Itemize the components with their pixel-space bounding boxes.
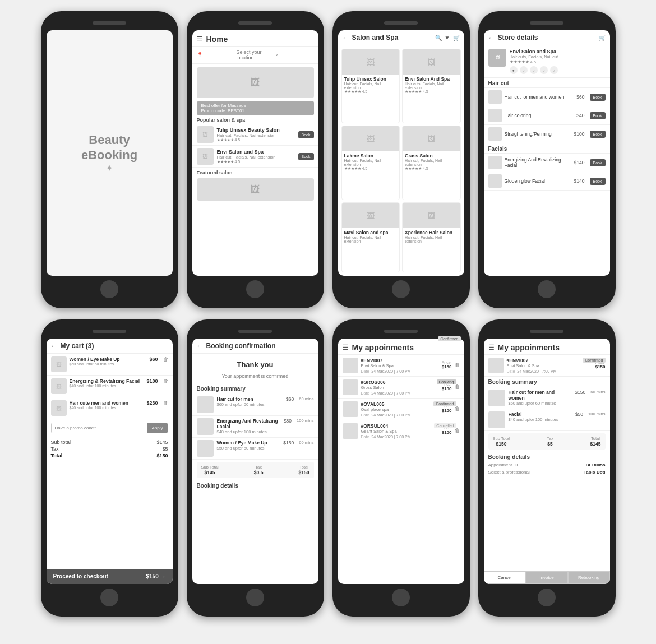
booking-item-desc: $40 and upfor 100 minutes [217,429,280,434]
home-button[interactable] [392,280,410,298]
home-button[interactable] [100,589,118,606]
phone-speaker [530,21,563,25]
back-arrow-icon[interactable]: ← [51,342,57,349]
price-label: Price [442,360,452,364]
appointment-salon: Geant Salon & Spa [361,429,433,434]
delete-icon[interactable]: 🗑 [163,400,168,406]
booking-details-label: Booking details [192,480,318,490]
salon-list-item[interactable]: 🖼 Envi Salon and Spa Hair cut, Facials, … [192,146,318,168]
booking-item-thumbnail [197,396,214,413]
appointment-id: #ORSUL004 [361,423,433,429]
cart-icon[interactable]: 🛒 [453,35,460,41]
home-button[interactable] [246,589,264,606]
menu-icon[interactable]: ☰ [488,344,495,351]
back-arrow-icon[interactable]: ← [197,342,203,349]
back-arrow-icon[interactable]: ← [343,34,349,41]
location-bar[interactable]: 📍 Select your location › [192,47,318,64]
menu-icon[interactable]: ☰ [343,344,349,351]
service-duration: 60 mins [590,390,605,395]
filter-icon[interactable]: ▼ [445,35,450,41]
subtotal-value: $145 [201,470,219,475]
delete-icon[interactable]: 🗑 [455,384,460,390]
rebooking-button[interactable]: Rebooking [568,571,610,584]
salon-card-name: Xperience Hair Salon [405,230,458,235]
home-button[interactable] [538,280,556,298]
menu-icon[interactable]: ☰ [197,35,203,43]
book-button[interactable]: Book [590,112,606,119]
search-icon[interactable]: 🔍 [435,35,442,41]
appointment-info: #OVAL005 Oval place spa Date 24 Mac2020 … [361,401,433,417]
book-button[interactable]: Book [590,94,606,101]
checkout-bar[interactable]: Proceed to checkout $150 → [47,569,173,584]
salon-grid-card[interactable]: 🖼 Envi Salon And Spa Hair cuts, Facials,… [402,49,461,123]
salon-card-name: Grass Salon [405,153,458,159]
salon-info: Envi Salon and Spa Hair cut, Facials, Na… [217,149,295,164]
salon-list-item[interactable]: 🖼 Tulip Unisex Beauty Salon Hair cut, Fa… [192,124,318,146]
cancel-button[interactable]: Cancel [484,571,526,584]
appointment-item[interactable]: #OVAL005 Oval place spa Date 24 Mac2020 … [338,399,464,420]
apply-button[interactable]: Apply [147,423,167,433]
delete-icon[interactable]: 🗑 [455,428,460,433]
salon-grid-card[interactable]: 🖼 Grass Salon Hair cut, Facials, Nail ex… [402,126,461,200]
appointment-salon: Envi Salon & Spa [361,363,433,368]
salon-grid-card[interactable]: 🖼 Xperience Hair Salon Hair cut, Facials… [402,202,461,272]
appointment-item[interactable]: #ORSUL004 Geant Salon & Spa Date 24 Mac2… [338,420,464,442]
appt-id-value: BEB0055 [586,462,606,467]
book-button[interactable]: Book [590,131,606,138]
home-button[interactable] [538,589,556,606]
home-button[interactable] [392,589,410,606]
book-button[interactable]: Book [298,153,314,160]
service-item: Hair cut for men and women $60 Book [484,88,610,106]
service-name: Gloden glow Facial [505,178,571,184]
invoice-button[interactable]: Invoice [526,571,568,584]
store-action-icon[interactable]: ○ [540,66,548,74]
book-button[interactable]: Book [590,178,606,185]
book-button[interactable]: Book [590,159,606,166]
salon-grid-card[interactable]: 🖼 Mavi Salon and spa Hair cut, Facials, … [341,202,400,272]
subtotal-label: Sub Total [201,465,219,470]
booking-totals: Sub Total $145 Tax $0.5 Total $150 [197,462,314,478]
book-button[interactable]: Book [298,131,314,138]
appointment-price-section: Price $150 [442,360,452,369]
appointment-right: Price $150 🗑 [436,358,460,372]
appointment-item[interactable]: #ENVI007 Envi Salon & Spa Date 24 Mac202… [338,355,464,377]
service-thumbnail [488,90,502,104]
booking-service-item: Facial $40 and upfor 100 minutes $50 100… [484,409,610,431]
service-desc: $60 and upfor 60 minutes [509,401,572,406]
appointment-price: $150 [442,430,452,435]
store-rating: ★★★★★ 4.5 [510,59,606,64]
delete-icon[interactable]: 🗑 [455,406,460,411]
appointment-thumbnail [343,423,358,439]
phone-speaker [384,21,418,25]
salon-card-services: Hair cut, Facials, Nail extension [344,82,398,90]
salon-card-stars: ★★★★★ 4.5 [344,166,398,171]
store-action-icon[interactable]: ○ [520,66,528,74]
total-value: $150 [299,470,309,475]
store-action-icon[interactable]: ○ [530,66,538,74]
phone-store-details: ← Store details 🛒 🖼 Envi Salon and Spa H… [478,11,616,308]
store-title: Store details [498,34,597,41]
home-button[interactable] [100,280,118,298]
home-header: ☰ Home [192,30,318,47]
service-duration: 100 mins [588,411,605,416]
total-label: Total [299,465,309,470]
cart-icon[interactable]: 🛒 [599,35,606,41]
delete-icon[interactable]: 🗑 [455,362,460,368]
delete-icon[interactable]: 🗑 [163,356,168,362]
salon-card-image: 🖼 [403,49,460,75]
store-action-icon[interactable]: ● [510,66,518,74]
store-action-icon[interactable]: ○ [550,66,558,74]
salon-grid-card[interactable]: 🖼 Lakme Salon Hair cut, Facials, Nail ex… [341,126,400,200]
service-name: Hair coloring [505,113,574,118]
back-arrow-icon[interactable]: ← [488,34,495,41]
booking-item-price: $60 [286,396,294,402]
delete-icon[interactable]: 🗑 [163,378,168,384]
tax-label: Tax [254,465,264,470]
home-button[interactable] [246,280,264,298]
salon-grid-card[interactable]: 🖼 Tulip Unisex Salon Hair cut, Facials, … [341,49,400,123]
chevron-right-icon: › [276,52,314,58]
appointment-date: 24 Mac2020 | 7:00 PM [371,391,410,395]
appointment-item[interactable]: #GROS006 Gross Salon Date 24 Mac2020 | 7… [338,377,464,399]
promo-bar: Best offer for Massage Promo code: BEST0… [197,101,314,115]
promo-code-input[interactable] [52,423,147,433]
